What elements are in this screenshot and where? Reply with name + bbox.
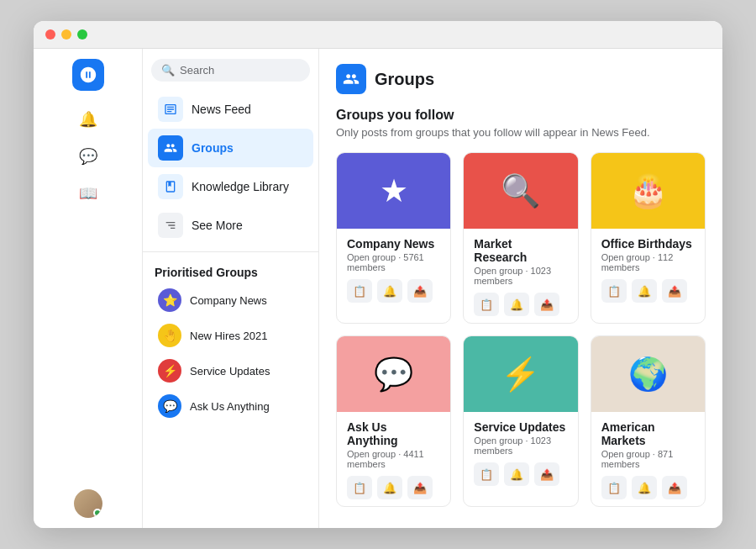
page-header: Groups (336, 64, 706, 94)
group-action-post-american-markets[interactable]: 📋 (601, 476, 627, 499)
group-cover-service-updates: ⚡ (464, 336, 577, 412)
group-cover-office-birthdays: 🎂 (591, 153, 705, 229)
group-card-ask-us-anything: 💬 Ask Us Anything Open group · 4411 memb… (336, 335, 451, 507)
search-icon: 🔍 (161, 64, 175, 77)
group-meta-american-markets: Open group · 871 members (601, 449, 695, 469)
browser-window: 🔔 💬 📖 🔍 Search News Feed (34, 21, 722, 528)
group-action-post-service-updates[interactable]: 📋 (474, 462, 499, 486)
group-card-company-news: ★ Company News Open group · 5761 members… (336, 152, 451, 324)
nav-label-see-more: See More (192, 219, 243, 232)
nav-label-knowledge-library: Knowledge Library (192, 180, 289, 193)
group-action-post-company-news[interactable]: 📋 (347, 279, 372, 303)
group-cover-market-research: 🔍 (464, 153, 577, 229)
group-action-share-office-birthdays[interactable]: 📤 (662, 279, 687, 303)
priority-label-company-news: Company News (190, 294, 267, 307)
priority-label-new-hires: New Hires 2021 (190, 330, 268, 342)
app-layout: 🔔 💬 📖 🔍 Search News Feed (34, 49, 722, 528)
group-action-notify-office-birthdays[interactable]: 🔔 (632, 279, 657, 303)
group-info-company-news: Company News Open group · 5761 members 📋… (337, 229, 450, 309)
priority-label-service-updates: Service Updates (190, 365, 270, 377)
minimize-dot[interactable] (61, 29, 71, 40)
group-name-company-news: Company News (347, 237, 440, 251)
group-name-market-research: Market Research (474, 237, 567, 264)
group-info-service-updates: Service Updates Open group · 1023 member… (464, 412, 577, 493)
maximize-dot[interactable] (77, 29, 87, 40)
groups-section-subtitle: Only posts from groups that you follow w… (336, 126, 706, 139)
nav-item-news-feed[interactable]: News Feed (148, 90, 313, 129)
group-action-notify-american-markets[interactable]: 🔔 (632, 476, 657, 499)
groups-icon (158, 135, 183, 161)
priority-item-service-updates[interactable]: ⚡ Service Updates (148, 353, 313, 388)
app-logo[interactable] (72, 59, 104, 91)
group-actions-company-news: 📋 🔔 📤 (347, 279, 440, 303)
group-action-post-market-research[interactable]: 📋 (474, 293, 499, 316)
search-placeholder: Search (180, 64, 214, 77)
group-card-american-markets: 🌍 American Markets Open group · 871 memb… (591, 335, 706, 507)
group-name-office-birthdays: Office Birthdays (601, 237, 695, 251)
group-actions-market-research: 📋 🔔 📤 (474, 293, 567, 316)
group-action-notify-service-updates[interactable]: 🔔 (504, 462, 529, 486)
group-cover-ask-us-anything: 💬 (337, 336, 450, 412)
group-action-notify-ask-us-anything[interactable]: 🔔 (377, 476, 402, 499)
group-action-share-american-markets[interactable]: 📤 (662, 476, 687, 499)
group-cover-icon-company-news: ★ (380, 172, 408, 209)
group-card-market-research: 🔍 Market Research Open group · 1023 memb… (463, 152, 578, 324)
nav-item-groups[interactable]: Groups (148, 129, 313, 167)
group-info-office-birthdays: Office Birthdays Open group · 112 member… (591, 229, 705, 309)
group-info-ask-us-anything: Ask Us Anything Open group · 4411 member… (337, 412, 450, 506)
groups-section-heading: Groups you follow (336, 108, 706, 123)
user-avatar[interactable] (74, 489, 102, 518)
nav-label-groups: Groups (192, 141, 234, 155)
messages-icon[interactable]: 💬 (73, 141, 103, 172)
group-action-post-ask-us-anything[interactable]: 📋 (347, 476, 372, 499)
group-action-share-ask-us-anything[interactable]: 📤 (407, 476, 433, 499)
priority-section-title: Prioritised Groups (143, 259, 318, 282)
group-action-share-service-updates[interactable]: 📤 (534, 462, 559, 486)
group-cover-icon-american-markets: 🌍 (628, 356, 668, 393)
new-hires-priority-icon: 🤚 (158, 324, 181, 347)
group-action-notify-market-research[interactable]: 🔔 (504, 293, 529, 316)
ask-us-anything-priority-icon: 💬 (158, 394, 181, 418)
group-cover-icon-office-birthdays: 🎂 (628, 172, 668, 209)
group-meta-market-research: Open group · 1023 members (474, 266, 567, 286)
priority-item-company-news[interactable]: ⭐ Company News (148, 282, 313, 318)
group-info-market-research: Market Research Open group · 1023 member… (464, 229, 577, 323)
company-news-priority-icon: ⭐ (158, 288, 181, 312)
group-actions-service-updates: 📋 🔔 📤 (474, 462, 567, 486)
bookmarks-icon[interactable]: 📖 (73, 178, 103, 209)
priority-item-new-hires[interactable]: 🤚 New Hires 2021 (148, 318, 313, 353)
nav-item-knowledge-library[interactable]: Knowledge Library (148, 167, 313, 206)
sidebar: 🔔 💬 📖 (34, 49, 143, 528)
group-action-share-market-research[interactable]: 📤 (534, 293, 559, 316)
group-meta-service-updates: Open group · 1023 members (474, 436, 567, 456)
nav-panel: 🔍 Search News Feed Groups Knowledge (143, 49, 319, 528)
group-card-office-birthdays: 🎂 Office Birthdays Open group · 112 memb… (591, 152, 706, 324)
group-actions-american-markets: 📋 🔔 📤 (601, 476, 695, 499)
group-actions-ask-us-anything: 📋 🔔 📤 (347, 476, 440, 499)
search-bar[interactable]: 🔍 Search (151, 59, 310, 82)
group-action-notify-company-news[interactable]: 🔔 (377, 279, 402, 303)
group-info-american-markets: American Markets Open group · 871 member… (591, 412, 705, 506)
service-updates-priority-icon: ⚡ (158, 359, 181, 383)
group-card-service-updates: ⚡ Service Updates Open group · 1023 memb… (463, 335, 578, 507)
group-name-service-updates: Service Updates (474, 420, 567, 434)
group-cover-company-news: ★ (337, 153, 450, 229)
priority-label-ask-us-anything: Ask Us Anything (190, 400, 270, 413)
notifications-icon[interactable]: 🔔 (73, 104, 103, 135)
group-action-post-office-birthdays[interactable]: 📋 (601, 279, 627, 303)
group-name-american-markets: American Markets (601, 420, 695, 447)
priority-item-ask-us-anything[interactable]: 💬 Ask Us Anything (148, 388, 313, 424)
group-meta-ask-us-anything: Open group · 4411 members (347, 449, 440, 469)
page-title: Groups (375, 70, 434, 89)
main-content: Groups Groups you follow Only posts from… (319, 49, 722, 528)
group-actions-office-birthdays: 📋 🔔 📤 (601, 279, 695, 303)
news-feed-icon (158, 97, 183, 122)
group-name-ask-us-anything: Ask Us Anything (347, 420, 440, 447)
group-meta-company-news: Open group · 5761 members (347, 252, 440, 272)
groups-grid: ★ Company News Open group · 5761 members… (336, 152, 706, 507)
see-more-icon (158, 213, 183, 238)
close-dot[interactable] (45, 29, 55, 40)
group-cover-icon-ask-us-anything: 💬 (374, 356, 413, 393)
group-action-share-company-news[interactable]: 📤 (407, 279, 433, 303)
nav-item-see-more[interactable]: See More (148, 206, 313, 245)
